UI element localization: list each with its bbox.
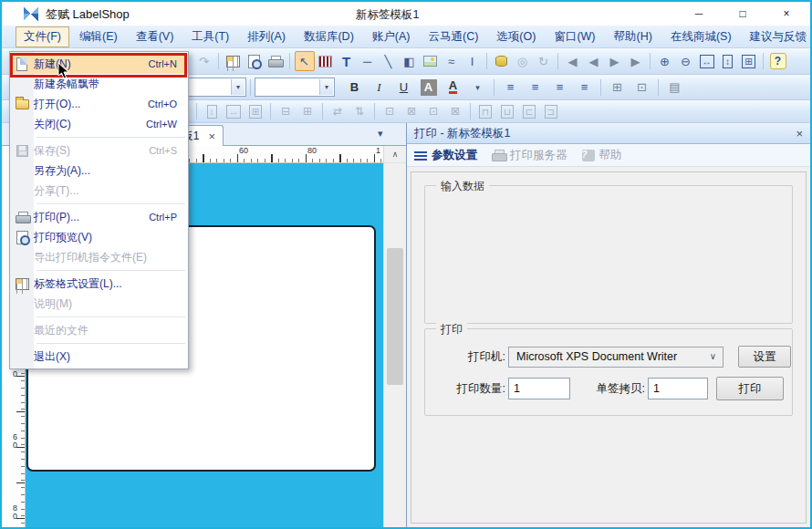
menu-item-exit[interactable]: 退出(X) (10, 347, 188, 367)
menubar-item-0[interactable]: 文件(F) (16, 26, 69, 47)
menubar-item-10[interactable]: 帮助(H) (606, 26, 661, 47)
menu-item-new-banner[interactable]: 新建条幅飘带 (10, 74, 188, 94)
menubar-item-11[interactable]: 在线商城(S) (662, 26, 740, 47)
vertical-scrollbar[interactable]: ∧ (383, 146, 406, 529)
same-size-icon[interactable]: ⊞ (245, 102, 266, 120)
menu-item-close[interactable]: 关闭(C)Ctrl+W (10, 114, 188, 134)
barcode-tool-icon[interactable] (316, 51, 336, 71)
menubar-item-1[interactable]: 编辑(E) (71, 26, 126, 47)
menu-item-save-as[interactable]: 另存为(A)... (10, 161, 188, 181)
menu-item-recent-files[interactable]: 最近的文件 (10, 320, 188, 340)
print-preview-icon[interactable] (245, 51, 265, 71)
fit-height-icon[interactable]: ↕ (718, 51, 738, 71)
align-left-edge-icon[interactable]: ⊏ (519, 102, 540, 120)
bold-icon[interactable]: B (344, 78, 366, 98)
italic-icon[interactable]: I (369, 78, 390, 98)
align-top-edge-icon[interactable]: ⊓ (475, 102, 496, 120)
help-button[interactable]: ?帮助 (582, 148, 622, 163)
align-right-icon[interactable]: ≡ (549, 78, 571, 98)
ungroup-icon[interactable]: ⊡ (631, 78, 653, 98)
diagonal-line-tool-icon[interactable]: ╲ (379, 51, 399, 71)
shape-tool-icon[interactable]: ◧ (400, 51, 420, 71)
font-color-icon[interactable]: A (442, 78, 464, 98)
zoom-out-icon[interactable]: ⊖ (676, 51, 696, 71)
printer-combobox[interactable]: Microsoft XPS Document Writer ∨ (508, 347, 724, 368)
bring-forward-icon[interactable]: ⊡ (423, 102, 444, 120)
minimize-button[interactable]: ─ (677, 2, 721, 26)
equal-h-spacing-icon[interactable]: ⇄ (328, 102, 349, 120)
scrollbar-thumb[interactable] (387, 248, 403, 385)
fit-all-icon[interactable]: ⊞ (739, 51, 759, 71)
params-settings-button[interactable]: 参数设置 (414, 148, 477, 163)
chevron-down-icon[interactable]: ▾ (231, 79, 245, 95)
nav-prev-record-icon[interactable]: ◀ (584, 51, 604, 71)
tab-overflow-chevron-icon[interactable]: ▾ (378, 128, 383, 140)
font-size-combobox[interactable]: ▾ (255, 78, 335, 97)
menubar-item-5[interactable]: 数据库(D) (296, 26, 362, 47)
menu-item-print[interactable]: 打印(P)...Ctrl+P (10, 207, 188, 227)
equal-v-spacing-icon[interactable]: ⇅ (349, 102, 370, 120)
label-copies-input[interactable] (648, 378, 708, 399)
print-panel-close-icon[interactable]: × (796, 127, 803, 140)
printer-settings-button[interactable]: 设置 (738, 346, 791, 368)
nav-next-record-icon[interactable]: ▶ (605, 51, 625, 71)
menubar-item-4[interactable]: 排列(A) (239, 26, 294, 47)
rfid-tool-icon[interactable]: ≈ (442, 51, 462, 71)
menubar-item-6[interactable]: 账户(A) (364, 26, 419, 47)
line-tool-icon[interactable]: ─ (358, 51, 378, 71)
label-format-icon[interactable] (224, 51, 244, 71)
refresh-icon[interactable]: ↻ (534, 51, 554, 71)
menu-item-share[interactable]: 分享(T)... (10, 181, 188, 201)
center-horizontal-icon[interactable]: ⊞ (297, 102, 318, 120)
zoom-in-icon[interactable]: ⊕ (655, 51, 675, 71)
center-vertical-icon[interactable]: ⊟ (276, 102, 297, 120)
print-button[interactable]: 打印 (716, 377, 784, 400)
menubar-item-12[interactable]: 建议与反馈 (742, 26, 812, 47)
database-icon[interactable] (492, 51, 512, 71)
chevron-down-icon[interactable]: ∨ (710, 351, 716, 361)
align-center-icon[interactable]: ≡ (525, 78, 547, 98)
menubar-item-7[interactable]: 云马通(C) (420, 26, 486, 47)
menubar-item-9[interactable]: 窗口(W) (546, 26, 603, 47)
print-icon[interactable] (265, 51, 286, 71)
properties-icon[interactable]: ▤ (664, 78, 686, 98)
fit-width-icon[interactable]: ↔ (697, 51, 717, 71)
text-tool-icon[interactable]: T (337, 51, 357, 71)
maximize-button[interactable]: □ (721, 2, 765, 26)
menu-item-export-printer-file[interactable]: 导出打印机指令文件(E) (10, 247, 188, 267)
menu-item-save[interactable]: 保存(S)Ctrl+S (10, 140, 188, 161)
align-right-edge-icon[interactable]: ⊐ (541, 102, 562, 120)
help-icon[interactable]: ? (768, 51, 788, 71)
menubar-item-3[interactable]: 工具(T) (183, 26, 237, 47)
chevron-down-icon[interactable]: ▾ (319, 79, 333, 95)
send-backward-icon[interactable]: ⊠ (445, 102, 466, 120)
tab-close-icon[interactable]: × (208, 130, 215, 143)
select-tool-icon[interactable]: ↖ (295, 51, 315, 71)
align-left-icon[interactable]: ≡ (500, 78, 522, 98)
print-quantity-input[interactable] (508, 378, 570, 399)
menu-item-print-preview[interactable]: 打印预览(V) (10, 227, 188, 247)
align-bottom-edge-icon[interactable]: ⊔ (497, 102, 518, 120)
menu-item-description[interactable]: 说明(M) (10, 294, 188, 314)
scroll-up-arrow-icon[interactable]: ∧ (384, 146, 406, 163)
menubar-item-8[interactable]: 选项(O) (488, 26, 544, 47)
find-icon[interactable]: ◎ (513, 51, 533, 71)
send-to-back-icon[interactable]: ⊠ (401, 102, 422, 120)
menu-item-open[interactable]: 打开(O)...Ctrl+O (10, 94, 188, 114)
bring-to-front-icon[interactable]: ⊡ (380, 102, 401, 120)
image-tool-icon[interactable] (421, 51, 441, 71)
font-color-caret-icon[interactable]: ▾ (467, 78, 489, 98)
menu-item-label-format[interactable]: 标签格式设置(L)... (10, 274, 188, 294)
nav-last-record-icon[interactable]: ▶ (626, 51, 646, 71)
same-height-icon[interactable]: ↕ (202, 102, 223, 120)
print-server-button[interactable]: 打印服务器 (492, 148, 567, 163)
text-cursor-tool-icon[interactable]: I (463, 51, 483, 71)
redo-icon[interactable]: ↷ (194, 51, 214, 71)
font-highlight-icon[interactable]: A (418, 78, 440, 98)
nav-first-record-icon[interactable]: ◀ (563, 51, 583, 71)
group-icon[interactable]: ⊞ (607, 78, 629, 98)
align-justify-icon[interactable]: ≡ (574, 78, 596, 98)
underline-icon[interactable]: U (393, 78, 415, 98)
menubar-item-2[interactable]: 查看(V) (128, 26, 182, 47)
menu-item-new[interactable]: 新建(N)Ctrl+N (10, 54, 188, 74)
